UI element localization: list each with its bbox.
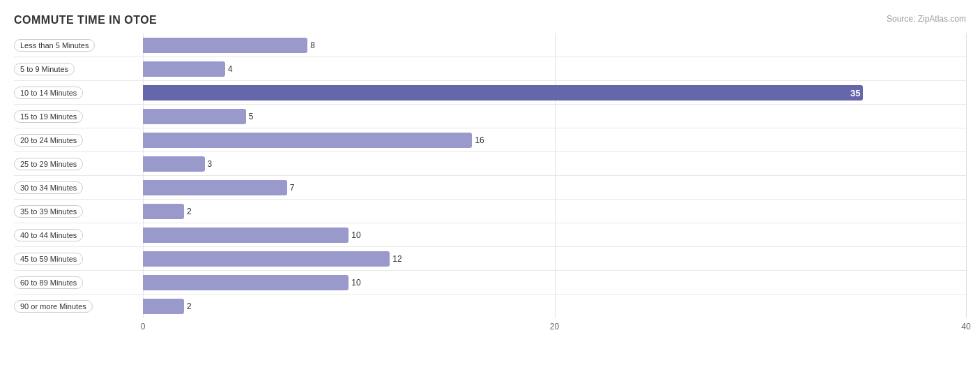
bar-track: 2 — [143, 299, 966, 314]
bar-track: 7 — [143, 180, 966, 195]
bar-label: Less than 5 Minutes — [14, 39, 143, 52]
bar-value: 2 — [187, 301, 980, 311]
bar-fill — [143, 133, 472, 148]
x-axis-tick: 40 — [961, 322, 970, 332]
bar-fill — [143, 204, 184, 219]
bar-track: 10 — [143, 228, 966, 243]
bar-value: 8 — [310, 40, 980, 50]
bar-label: 35 to 39 Minutes — [14, 205, 143, 218]
bar-label: 15 to 19 Minutes — [14, 110, 143, 123]
bar-value: 10 — [351, 230, 980, 240]
x-axis-tick: 20 — [550, 322, 559, 332]
table-row: 30 to 34 Minutes7 — [14, 176, 966, 200]
table-row: 45 to 59 Minutes12 — [14, 247, 966, 271]
bar-label: 25 to 29 Minutes — [14, 158, 143, 170]
table-row: 25 to 29 Minutes3 — [14, 152, 966, 176]
table-row: 90 or more Minutes2 — [14, 295, 966, 318]
table-row: 20 to 24 Minutes16 — [14, 128, 966, 152]
table-row: 5 to 9 Minutes4 — [14, 57, 966, 81]
bar-fill — [143, 109, 246, 124]
bar-track: 10 — [143, 275, 966, 290]
bar-label: 60 to 89 Minutes — [14, 276, 143, 289]
bars-section: Less than 5 Minutes85 to 9 Minutes410 to… — [14, 33, 966, 318]
bar-label: 90 or more Minutes — [14, 300, 143, 313]
bar-fill — [143, 156, 205, 172]
bar-track: 16 — [143, 133, 966, 148]
bar-value: 16 — [475, 135, 980, 145]
table-row: 10 to 14 Minutes35 — [14, 81, 966, 105]
bar-fill — [143, 38, 307, 53]
bar-label: 5 to 9 Minutes — [14, 63, 143, 75]
source-label: Source: ZipAtlas.com — [887, 14, 966, 24]
table-row: 35 to 39 Minutes2 — [14, 200, 966, 223]
bar-track: 5 — [143, 109, 966, 124]
table-row: 60 to 89 Minutes10 — [14, 271, 966, 295]
bar-track: 35 — [143, 85, 966, 100]
chart-container: COMMUTE TIME IN OTOE Source: ZipAtlas.co… — [0, 0, 980, 365]
bar-track: 4 — [143, 61, 966, 77]
bar-track: 3 — [143, 156, 966, 172]
bar-fill — [143, 61, 225, 77]
bar-label: 30 to 34 Minutes — [14, 181, 143, 194]
bar-fill: 35 — [143, 85, 863, 100]
x-axis: 02040 — [143, 318, 966, 322]
bar-fill — [143, 251, 390, 267]
table-row: Less than 5 Minutes8 — [14, 33, 966, 57]
bar-fill — [143, 275, 349, 290]
x-axis-tick: 0 — [141, 322, 146, 332]
bar-value: 3 — [208, 159, 980, 169]
bar-fill — [143, 299, 184, 314]
grid-line — [966, 33, 967, 318]
bar-fill — [143, 180, 287, 195]
bar-value: 4 — [228, 64, 980, 74]
bar-fill — [143, 228, 349, 243]
chart-area: Less than 5 Minutes85 to 9 Minutes410 to… — [14, 33, 966, 322]
bar-track: 12 — [143, 251, 966, 267]
bar-value: 7 — [290, 183, 980, 193]
bar-track: 2 — [143, 204, 966, 219]
bar-label: 45 to 59 Minutes — [14, 253, 143, 265]
bar-label: 20 to 24 Minutes — [14, 134, 143, 147]
bar-track: 8 — [143, 38, 966, 53]
bar-value: 2 — [187, 207, 980, 216]
bar-label: 40 to 44 Minutes — [14, 229, 143, 241]
table-row: 15 to 19 Minutes5 — [14, 105, 966, 128]
bars-container: Less than 5 Minutes85 to 9 Minutes410 to… — [14, 33, 966, 318]
table-row: 40 to 44 Minutes10 — [14, 223, 966, 247]
bar-value: 10 — [351, 278, 980, 288]
chart-title: COMMUTE TIME IN OTOE — [14, 14, 966, 27]
bar-value: 35 — [850, 87, 860, 98]
bar-label: 10 to 14 Minutes — [14, 87, 143, 99]
bar-value: 12 — [392, 254, 980, 264]
bar-value: 5 — [249, 112, 980, 121]
